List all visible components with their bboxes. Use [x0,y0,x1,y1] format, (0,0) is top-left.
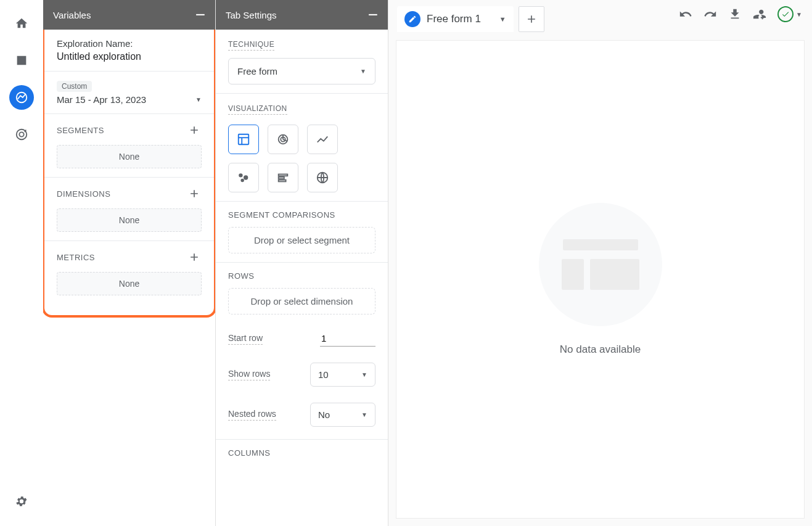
variables-title: Variables [53,10,91,20]
nav-rail [0,0,43,526]
no-data-text: No data available [560,343,641,356]
undo-icon[interactable] [679,7,692,21]
segment-drop-zone[interactable]: Drop or select segment [228,227,375,253]
add-segment-button[interactable] [187,123,202,138]
columns-label: COLUMNS [228,448,375,458]
nav-explore-icon[interactable] [9,85,34,110]
date-range-section[interactable]: Custom Mar 15 - Apr 13, 2023 ▼ [44,72,214,114]
add-tab-button[interactable] [519,6,544,32]
svg-rect-13 [279,175,288,176]
tab-settings-header: Tab Settings − [216,0,388,30]
download-icon[interactable] [728,7,742,21]
svg-rect-14 [279,177,284,179]
svg-rect-15 [279,180,286,182]
start-row-label: Start row [228,333,263,345]
metrics-section: METRICS None [44,241,214,304]
svg-point-12 [241,179,244,182]
canvas-body: No data available [396,40,805,519]
segment-comparisons-label: SEGMENT COMPARISONS [228,210,375,220]
chevron-down-icon: ▼ [360,68,366,75]
dimensions-title: DIMENSIONS [57,189,110,199]
tab-settings-title: Tab Settings [226,10,277,20]
nested-rows-label: Nested rows [228,409,276,421]
segments-section: SEGMENTS None [44,114,214,178]
share-icon[interactable] [753,7,766,21]
viz-scatter-icon[interactable] [228,163,259,192]
exploration-name-section[interactable]: Exploration Name: Untitled exploration [44,30,214,72]
tab-name: Free form 1 [427,13,481,25]
status-indicator[interactable] [777,6,794,22]
viz-bar-icon[interactable] [268,163,298,192]
chevron-down-icon: ▼ [361,371,367,378]
nested-rows-select[interactable]: No ▼ [310,403,375,427]
variables-header: Variables − [43,0,215,30]
svg-point-11 [244,176,248,179]
nav-advertising-icon[interactable] [9,122,34,147]
rows-drop-zone[interactable]: Drop or select dimension [228,288,375,314]
technique-value: Free form [237,66,277,76]
start-row-input[interactable] [320,331,375,347]
dimensions-section: DIMENSIONS None [44,178,214,241]
placeholder-illustration [539,203,662,326]
dimensions-none: None [57,208,202,232]
segments-none: None [57,145,202,168]
viz-table-icon[interactable] [228,125,259,154]
metrics-none: None [57,272,202,295]
active-tab[interactable]: Free form 1 ▼ [397,6,514,32]
show-rows-value: 10 [318,369,329,380]
rows-label: ROWS [228,271,375,281]
segments-title: SEGMENTS [57,126,104,135]
technique-section: TECHNIQUE Free form ▼ [216,30,388,94]
viz-donut-icon[interactable] [268,125,298,154]
nested-rows-value: No [318,409,330,420]
exploration-name-label: Exploration Name: [57,38,202,49]
edit-icon [404,11,420,27]
add-metric-button[interactable] [187,250,202,265]
segment-comparisons-section: SEGMENT COMPARISONS Drop or select segme… [216,202,388,263]
date-badge: Custom [57,81,92,92]
visualization-section: VISUALIZATION [216,94,388,202]
nav-admin-icon[interactable] [9,489,34,514]
redo-icon[interactable] [703,7,717,21]
tab-settings-panel: Tab Settings − TECHNIQUE Free form ▼ VIS… [216,0,388,526]
technique-select[interactable]: Free form ▼ [228,58,375,84]
svg-point-10 [239,174,242,177]
add-dimension-button[interactable] [187,186,202,201]
chevron-down-icon: ▼ [195,96,202,103]
svg-line-9 [283,139,287,141]
chevron-down-icon[interactable]: ▼ [796,11,802,18]
rows-section: ROWS Drop or select dimension Start row … [216,263,388,440]
nav-home-icon[interactable] [9,11,34,36]
show-rows-label: Show rows [228,369,270,380]
exploration-name-value: Untitled exploration [57,51,202,62]
columns-section: COLUMNS [216,440,388,466]
chevron-down-icon: ▼ [361,411,367,418]
nav-reports-icon[interactable] [9,48,34,73]
canvas-toolbar: ▼ [679,6,802,22]
highlight-box: Exploration Name: Untitled exploration C… [43,30,215,318]
date-range-text: Mar 15 - Apr 13, 2023 [57,94,146,105]
technique-label: TECHNIQUE [228,40,274,51]
svg-point-2 [19,132,23,136]
visualization-label: VISUALIZATION [228,104,287,115]
metrics-title: METRICS [57,253,95,262]
show-rows-select[interactable]: 10 ▼ [310,363,375,387]
variables-panel: Variables − Exploration Name: Untitled e… [43,0,216,526]
viz-geo-icon[interactable] [307,163,338,192]
canvas-area: Free form 1 ▼ ▼ No data a [388,0,812,526]
svg-rect-3 [239,134,249,145]
viz-line-icon[interactable] [307,125,338,154]
chevron-down-icon[interactable]: ▼ [499,15,506,23]
